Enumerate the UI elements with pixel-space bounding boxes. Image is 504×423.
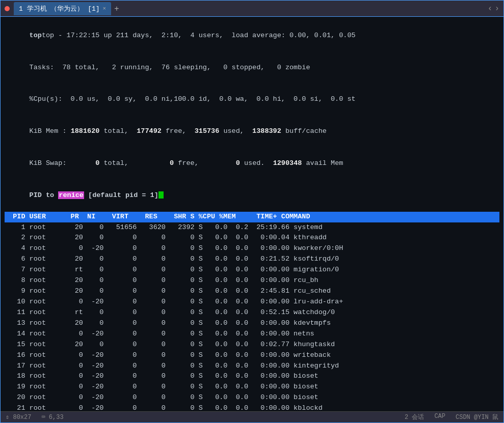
- terminal-content[interactable]: toptop - 17:22:15 up 211 days, 2:10, 4 u…: [1, 17, 503, 411]
- table-row: 6 root 20 0 0 0 0 S 0.0 0.0 0:21.52 ksof…: [5, 254, 499, 265]
- tasks-line: Tasks: 78 total, 2 running, 76 sleeping,…: [5, 52, 499, 84]
- renice-line: PID to renice [default pid = 1]: [5, 180, 499, 212]
- terminal-window: 1 学习机 （华为云） [1] × + ‹ › toptop - 17:22:1…: [0, 0, 504, 423]
- cpu-line: %Cpu(s): 0.0 us, 0.0 sy, 0.0 ni,100.0 id…: [5, 84, 499, 116]
- table-row: 19 root 0 -20 0 0 0 S 0.0 0.0 0:00.00 bi…: [5, 382, 499, 392]
- user-info: CSDN @YIN 鼠: [456, 413, 498, 421]
- renice-label: renice: [58, 191, 84, 199]
- nav-right-icon[interactable]: ›: [494, 4, 499, 13]
- mem-total: 1881620: [71, 127, 100, 135]
- swap-total-label: total,: [99, 159, 170, 167]
- mem-used: 315736: [195, 127, 220, 135]
- swap-avail-label: avail Mem: [302, 159, 343, 167]
- swap-used-label: used.: [240, 159, 273, 167]
- cursor-block: [158, 191, 164, 199]
- table-row: 21 root 0 -20 0 0 0 S 0.0 0.0 0:00.00 kb…: [5, 403, 499, 411]
- table-row: 8 root 20 0 0 0 0 S 0.0 0.0 0:00.00 rcu_…: [5, 275, 499, 286]
- swap-avail: 1290348: [273, 159, 302, 167]
- top-time-info: top - 17:22:15 up 211 days, 2:10, 4 user…: [42, 32, 356, 39]
- table-row: 4 root 0 -20 0 0 0 S 0.0 0.0 0:00.00 kwo…: [5, 243, 499, 254]
- table-row: 17 root 0 -20 0 0 0 S 0.0 0.0 0:00.00 ki…: [5, 361, 499, 372]
- renice-rest: [default pid = 1]: [84, 191, 158, 199]
- ime-status: CAP: [434, 413, 445, 421]
- titlebar: 1 学习机 （华为云） [1] × + ‹ ›: [1, 1, 503, 17]
- cpu-info: %Cpu(s): 0.0 us, 0.0 sy, 0.0 ni,100.0 id…: [30, 95, 356, 103]
- nav-left-icon[interactable]: ‹: [488, 4, 493, 13]
- active-tab[interactable]: 1 学习机 （华为云） [1] ×: [14, 2, 111, 15]
- table-row: 9 root 20 0 0 0 0 S 0.0 0.0 2:45.81 rcu_…: [5, 286, 499, 297]
- mem-buff: 1388392: [252, 127, 281, 135]
- table-row: 15 root 20 0 0 0 0 S 0.0 0.0 0:02.77 khu…: [5, 340, 499, 350]
- table-row: 7 root rt 0 0 0 0 S 0.0 0.0 0:00.00 migr…: [5, 265, 499, 275]
- table-row: 10 root 0 -20 0 0 0 S 0.0 0.0 0:00.00 lr…: [5, 297, 499, 307]
- mem-total-label: total,: [99, 127, 137, 135]
- tab-label: 1 学习机 （华为云） [1]: [19, 4, 100, 13]
- table-row: 2 root 20 0 0 0 0 S 0.0 0.0 0:00.04 kthr…: [5, 233, 499, 243]
- tasks-info: Tasks: 78 total, 2 running, 76 sleeping,…: [30, 64, 310, 71]
- pid-to-label: PID to: [30, 191, 59, 199]
- swap-free-label: free,: [174, 159, 236, 167]
- table-row: 11 root rt 0 0 0 0 S 0.0 0.0 0:52.15 wat…: [5, 307, 499, 318]
- table-row: 14 root 0 -20 0 0 0 S 0.0 0.0 0:00.00 ne…: [5, 329, 499, 340]
- statusbar: ⇕ 80x27 ⌨ 6,33 2 会话 CAP CSDN @YIN 鼠: [1, 411, 503, 422]
- mem-used-label: used,: [219, 127, 252, 135]
- mem-free-label: free,: [162, 127, 195, 135]
- top-header-line: toptop - 17:22:15 up 211 days, 2:10, 4 u…: [5, 20, 499, 52]
- new-tab-button[interactable]: +: [111, 4, 122, 13]
- table-row: 13 root 20 0 0 0 0 S 0.0 0.0 0:00.00 kde…: [5, 318, 499, 329]
- mem-line: KiB Mem : 1881620 total, 177492 free, 31…: [5, 116, 499, 148]
- mem-free: 177492: [137, 127, 162, 135]
- statusbar-right: 2 会话 CAP CSDN @YIN 鼠: [405, 413, 498, 421]
- terminal-dimensions: ⇕ 80x27: [6, 413, 31, 421]
- swap-used: 0: [236, 159, 240, 167]
- table-row: 18 root 0 -20 0 0 0 S 0.0 0.0 0:00.00 bi…: [5, 371, 499, 382]
- swap-free: 0: [170, 159, 174, 167]
- process-table-header: PID USER PR NI VIRT RES SHR S %CPU %MEM …: [5, 212, 499, 222]
- tab-close-button[interactable]: ×: [103, 6, 107, 12]
- table-row: 20 root 0 -20 0 0 0 S 0.0 0.0 0:00.00 bi…: [5, 392, 499, 403]
- mem-buff-label: buff/cache: [281, 127, 327, 135]
- process-table: 1 root 20 0 51656 3620 2392 S 0.0 0.2 25…: [5, 222, 499, 411]
- cursor-position: ⌨ 6,33: [41, 413, 63, 421]
- top-command-label: top: [30, 32, 42, 39]
- kib-swap-label: KiB Swap:: [30, 159, 96, 167]
- kib-mem-label: KiB Mem :: [30, 127, 71, 135]
- table-row: 16 root 0 -20 0 0 0 S 0.0 0.0 0:00.00 wr…: [5, 350, 499, 361]
- window-dot: [5, 6, 10, 11]
- session-count: 2 会话: [405, 413, 424, 421]
- table-row: 1 root 20 0 51656 3620 2392 S 0.0 0.2 25…: [5, 222, 499, 233]
- swap-line: KiB Swap: 0 total, 0 free, 0 used. 12903…: [5, 148, 499, 180]
- nav-arrows: ‹ ›: [488, 4, 499, 13]
